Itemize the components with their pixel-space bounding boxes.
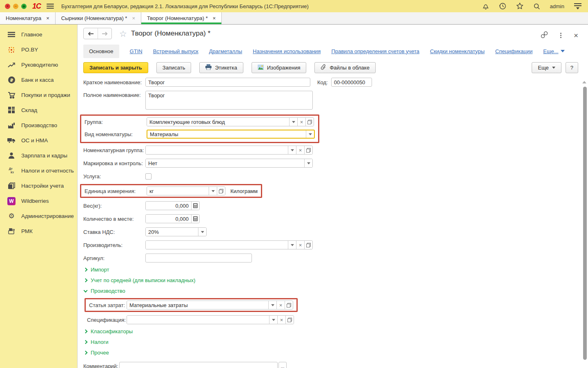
back-button[interactable]: [84, 28, 98, 39]
code-input[interactable]: [331, 78, 372, 87]
group-input[interactable]: [147, 118, 289, 126]
more-menu-icon[interactable]: [560, 33, 561, 38]
sidebar-item-bank-i-kassa[interactable]: ₽ Банк и касса: [0, 72, 77, 88]
tab-nomenklatura[interactable]: Номенклатура ×: [0, 12, 56, 24]
article-input[interactable]: [145, 254, 252, 263]
tab-osnovnoe[interactable]: Основное: [83, 45, 119, 58]
dropdown-icon[interactable]: [306, 130, 314, 138]
vat-input[interactable]: [146, 228, 198, 236]
nav-link-specifikacii[interactable]: Спецификации: [495, 48, 533, 54]
cost-item-input[interactable]: [127, 301, 268, 309]
section-classifiers[interactable]: Классификаторы: [83, 328, 576, 335]
nav-link-vstrechnyy-vypusk[interactable]: Встречный выпуск: [153, 48, 198, 54]
unit-input[interactable]: [147, 187, 209, 195]
dropdown-icon[interactable]: [268, 301, 276, 309]
tab-syrniki[interactable]: Сырники (Номенклатура) * ×: [56, 12, 141, 24]
calculator-icon[interactable]: [191, 215, 199, 223]
dropdown-icon[interactable]: [289, 118, 297, 126]
copy-link-icon[interactable]: [541, 31, 548, 40]
sidebar-item-nastroyki-ucheta[interactable]: Настройки учета: [0, 178, 77, 193]
nav-link-gtin[interactable]: GTIN: [130, 48, 143, 54]
save-button[interactable]: Записать: [156, 62, 192, 73]
clear-icon[interactable]: [276, 301, 285, 309]
manufacturer-input[interactable]: [146, 241, 288, 249]
dropdown-icon[interactable]: [269, 316, 277, 324]
history-icon[interactable]: [499, 2, 506, 10]
search-icon[interactable]: [533, 3, 540, 10]
nav-link-dragmetally[interactable]: Драгметаллы: [209, 48, 242, 54]
nav-link-pravila-schetov[interactable]: Правила определения счетов учета: [331, 48, 419, 54]
forward-button[interactable]: [98, 28, 111, 39]
dropdown-icon[interactable]: [198, 228, 206, 236]
kind-input[interactable]: [147, 130, 306, 138]
clear-icon[interactable]: [297, 118, 305, 126]
full-name-textarea[interactable]: Творог: [145, 91, 313, 110]
notifications-bell-icon[interactable]: [482, 3, 489, 10]
tab-close-icon[interactable]: ×: [213, 16, 216, 21]
sidebar-item-zarplata-i-kadry[interactable]: Зарплата и кадры: [0, 148, 77, 163]
marking-input[interactable]: [146, 159, 304, 167]
label-button[interactable]: Этикетка: [199, 62, 243, 73]
vertical-scrollbar[interactable]: [583, 87, 587, 360]
favorites-star-icon[interactable]: [516, 2, 523, 10]
tab-close-icon[interactable]: ×: [46, 16, 49, 21]
nav-more-button[interactable]: Еще...: [543, 48, 564, 54]
window-zoom-icon[interactable]: ◆: [21, 4, 27, 9]
sidebar-item-nalogi-i-otchetnost[interactable]: Дт Кт Налоги и отчетность: [0, 163, 77, 178]
dropdown-icon[interactable]: [304, 159, 312, 167]
service-checkbox[interactable]: [145, 173, 151, 180]
section-average[interactable]: Учет по средней (для выписки накладных): [83, 277, 576, 284]
open-icon[interactable]: [285, 316, 294, 324]
open-icon[interactable]: [285, 301, 293, 309]
sidebar-item-glavnoe[interactable]: Главное: [0, 27, 77, 42]
current-user[interactable]: admin: [550, 3, 564, 9]
sidebar-item-pokupki-i-prodazhi[interactable]: Покупки и продажи: [0, 88, 77, 103]
sidebar-item-wildberries[interactable]: W Wildberries: [0, 193, 77, 209]
tab-close-icon[interactable]: ×: [132, 16, 135, 21]
calculator-icon[interactable]: [191, 202, 199, 210]
sidebar-item-proizvodstvo[interactable]: Производство: [0, 118, 77, 133]
close-form-icon[interactable]: [574, 31, 578, 39]
tab-tvorog[interactable]: Творог (Номенклатура) * ×: [141, 12, 222, 24]
images-button[interactable]: Изображения: [252, 62, 307, 73]
sidebar-item-os-i-nma[interactable]: ОС и НМА: [0, 133, 77, 148]
window-minimize-icon[interactable]: −: [13, 4, 18, 9]
clear-icon[interactable]: [296, 241, 304, 249]
open-icon[interactable]: [304, 146, 312, 154]
window-close-icon[interactable]: ×: [5, 4, 10, 9]
sidebar-item-rmk[interactable]: РМК: [0, 224, 77, 239]
nav-link-skidki[interactable]: Скидки номенклатуры: [430, 48, 485, 54]
dropdown-icon[interactable]: [288, 241, 296, 249]
dropdown-icon[interactable]: [209, 187, 217, 195]
comment-textarea[interactable]: [119, 362, 278, 368]
favorite-star-icon[interactable]: [119, 29, 127, 38]
sidebar-item-administrirovanie[interactable]: ⚙ Администрирование: [0, 209, 77, 224]
more-button[interactable]: Еще: [532, 62, 561, 73]
qty-per-place-input[interactable]: [146, 215, 191, 223]
dropdown-icon[interactable]: [288, 146, 296, 154]
sidebar-item-rukovoditelyu[interactable]: Руководителю: [0, 57, 77, 72]
weight-input[interactable]: [146, 202, 191, 210]
service-menu-icon[interactable]: [574, 3, 581, 9]
help-button[interactable]: ?: [566, 62, 578, 73]
save-and-close-button[interactable]: Записать и закрыть: [83, 62, 148, 73]
clear-icon[interactable]: [277, 316, 285, 324]
scroll-up-icon[interactable]: [582, 81, 586, 83]
section-taxes[interactable]: Налоги: [83, 339, 576, 346]
sidebar-item-sklad[interactable]: Склад: [0, 103, 77, 118]
specification-input[interactable]: [127, 316, 269, 324]
section-other[interactable]: Прочее: [83, 349, 576, 356]
short-name-input[interactable]: [145, 78, 310, 87]
comment-more-button[interactable]: ...: [278, 362, 287, 368]
open-icon[interactable]: [217, 187, 225, 195]
section-import[interactable]: Импорт: [83, 266, 576, 273]
clear-icon[interactable]: [296, 146, 304, 154]
nav-link-naznacheniya[interactable]: Назначения использования: [253, 48, 321, 54]
cloud-files-button[interactable]: Файлы в облаке: [314, 62, 375, 73]
open-icon[interactable]: [305, 118, 314, 126]
nom-group-input[interactable]: [146, 146, 288, 154]
sidebar-item-po-by[interactable]: PO.BY: [0, 42, 77, 57]
main-menu-icon[interactable]: [47, 4, 54, 9]
section-production[interactable]: Производство: [83, 287, 576, 294]
open-icon[interactable]: [304, 241, 312, 249]
